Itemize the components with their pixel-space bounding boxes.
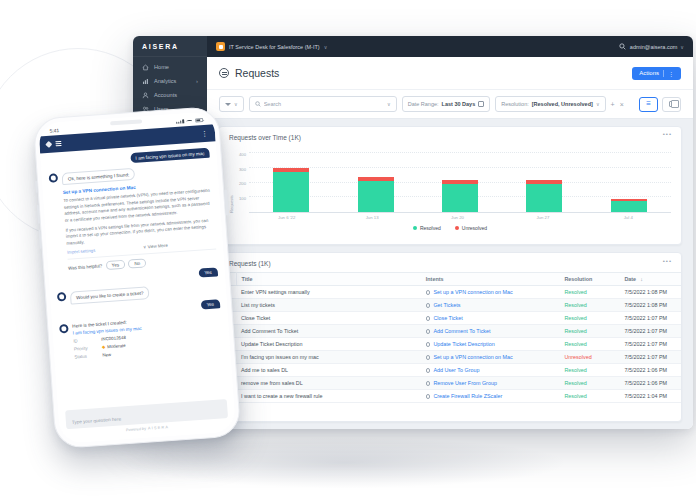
clear-filters-icon[interactable]: × xyxy=(620,101,624,108)
cell-title: Add Comment To Ticket xyxy=(236,325,421,338)
sidebar-item-home[interactable]: Home xyxy=(133,60,207,74)
aisera-mark-icon xyxy=(46,141,52,147)
cards-icon xyxy=(669,101,675,107)
intent-link[interactable]: Set up a VPN connection on Mac xyxy=(433,289,512,295)
chevron-right-icon: › xyxy=(196,78,198,84)
table-body: Enter VPN settings manuallySet up a VPN … xyxy=(219,286,681,403)
sidebar-item-analytics[interactable]: Analytics› xyxy=(133,74,207,88)
cell-intent: Set up a VPN connection on Mac xyxy=(421,286,560,299)
home-icon xyxy=(142,64,149,71)
table-row[interactable]: Close TicketClose TicketResolved7/5/2022… xyxy=(219,312,681,325)
column-header-date[interactable]: Date↓ xyxy=(619,273,681,286)
legend-item-resolved[interactable]: Resolved xyxy=(413,225,441,231)
bar-jun-20 xyxy=(442,180,478,212)
intent-link[interactable]: Create Firewall Rule ZScaler xyxy=(433,393,502,399)
column-header-intents[interactable]: Intents xyxy=(421,273,560,286)
view-toggles: ≡ xyxy=(639,97,681,112)
x-axis: Jun 6 '22Jun 13Jun 20Jun 27Jul 4 xyxy=(244,215,671,220)
resolution-filter[interactable]: Resolution: [Resolved, Unresolved] ∨ xyxy=(495,96,605,112)
intent-link[interactable]: Set up a VPN connection on Mac xyxy=(433,354,512,360)
user-menu[interactable]: admin@aisera.com ∨ xyxy=(630,44,684,50)
cell-resolution: Resolved xyxy=(559,390,619,403)
priority-icon: ◆ xyxy=(102,344,106,349)
legend-dot xyxy=(413,226,417,230)
add-filter-icon[interactable]: + xyxy=(611,101,615,108)
table-row[interactable]: Enter VPN settings manuallySet up a VPN … xyxy=(219,286,681,299)
battery-icon xyxy=(195,118,204,123)
user-email: admin@aisera.com xyxy=(630,44,677,50)
sync-icon xyxy=(426,394,431,399)
table-row[interactable]: I'm facing vpn issues on my macSet up a … xyxy=(219,351,681,364)
requests-table-panel: Requests (1K) ••• ✓TitleIntentsResolutio… xyxy=(218,252,682,422)
kebab-icon[interactable]: ⋮ xyxy=(201,129,209,137)
cell-title: remove me from sales DL xyxy=(236,377,421,390)
cell-intent: Close Ticket xyxy=(421,312,560,325)
intent-link[interactable]: Get Tickets xyxy=(433,302,460,308)
sidebar-item-accounts[interactable]: Accounts xyxy=(133,88,207,102)
cell-intent: Update Ticket Description xyxy=(421,338,560,351)
sort-desc-icon[interactable]: ↓ xyxy=(640,276,643,282)
y-tick-label: 100 xyxy=(239,196,246,201)
chevron-down-icon[interactable]: ∨ xyxy=(324,44,328,50)
table-row[interactable]: Update Ticket DescriptionUpdate Ticket D… xyxy=(219,338,681,351)
cell-intent: Add User To Group xyxy=(421,364,560,377)
cell-resolution: Resolved xyxy=(559,286,619,299)
chart-title: Requests over Time (1K) xyxy=(229,134,671,141)
bar-jul-4 xyxy=(611,199,647,212)
ticket-field: Status New xyxy=(74,349,143,359)
bar-segment-resolved xyxy=(358,181,394,212)
x-tick-label: Jul 4 xyxy=(610,215,646,220)
more-icon[interactable]: ••• xyxy=(663,131,672,137)
no-button[interactable]: No xyxy=(128,259,146,269)
chevron-down-icon: ∨ xyxy=(596,102,600,107)
analytics-icon xyxy=(142,78,149,85)
column-header-resolution[interactable]: Resolution xyxy=(559,273,619,286)
y-tick-label: 400 xyxy=(239,152,246,157)
phone-screen: 5:41 ⋮ I am facing vpn issues on my mac … xyxy=(38,111,236,443)
card-view-button[interactable] xyxy=(662,97,681,112)
intent-link[interactable]: Add Comment To Ticket xyxy=(433,328,490,334)
table-row[interactable]: remove me from sales DLRemove User From … xyxy=(219,377,681,390)
intent-link[interactable]: Remove User From Group xyxy=(433,380,497,386)
sidebar-item-label: Analytics xyxy=(154,78,176,84)
bar-segment-resolved xyxy=(526,184,562,212)
filter-bar: ∨ ∨ Date Range: Last 30 Days Resolution:… xyxy=(207,90,693,119)
table-row[interactable]: Add Comment To TicketAdd Comment To Tick… xyxy=(219,325,681,338)
requests-table: ✓TitleIntentsResolutionDate↓ Enter VPN s… xyxy=(219,272,681,403)
column-header-title[interactable]: Title xyxy=(236,273,421,286)
list-view-button[interactable]: ≡ xyxy=(639,97,658,112)
search-input[interactable] xyxy=(264,101,384,107)
intent-link[interactable]: Add User To Group xyxy=(433,367,479,373)
sidebar-item-label: Home xyxy=(154,64,169,70)
cell-date: 7/5/2022 1:06 PM xyxy=(619,377,681,390)
signal-icon xyxy=(176,119,184,124)
menu-icon[interactable] xyxy=(55,141,61,147)
cell-date: 7/5/2022 1:04 PM xyxy=(619,390,681,403)
cell-title: I'm facing vpn issues on my mac xyxy=(236,351,421,364)
date-range-filter[interactable]: Date Range: Last 30 Days xyxy=(402,96,491,112)
intent-link[interactable]: Update Ticket Description xyxy=(433,341,494,347)
import-settings-link[interactable]: Import settings xyxy=(67,248,95,255)
cell-date: 7/5/2022 1:08 PM xyxy=(619,286,681,299)
filter-button[interactable]: ∨ xyxy=(219,96,244,112)
search-field[interactable]: ∨ xyxy=(249,96,397,112)
yes-button[interactable]: Yes xyxy=(105,260,125,270)
intent-link[interactable]: Close Ticket xyxy=(433,315,462,321)
table-row[interactable]: Add me to sales DLAdd User To GroupResol… xyxy=(219,364,681,377)
bot-avatar xyxy=(57,292,67,302)
app-icon xyxy=(216,42,225,51)
actions-button[interactable]: Actions ⋮ xyxy=(632,67,681,80)
app-title[interactable]: IT Service Desk for Salesforce (M-IT) xyxy=(229,44,320,50)
legend-item-unresolved[interactable]: Unresolved xyxy=(455,225,487,231)
sidebar-item-label: Accounts xyxy=(154,92,177,98)
calendar-icon xyxy=(478,101,484,107)
view-more-button[interactable]: ∨ View More xyxy=(143,243,168,250)
table-row[interactable]: List my ticketsGet TicketsResolved7/5/20… xyxy=(219,299,681,312)
more-icon[interactable]: ••• xyxy=(663,258,672,264)
wifi-icon xyxy=(186,120,192,124)
page-title: Requests xyxy=(235,67,279,79)
search-icon[interactable] xyxy=(619,43,626,50)
ground-shadow xyxy=(115,437,575,489)
table-row[interactable]: I want to create a new firewall ruleCrea… xyxy=(219,390,681,403)
bot-avatar xyxy=(49,173,59,183)
